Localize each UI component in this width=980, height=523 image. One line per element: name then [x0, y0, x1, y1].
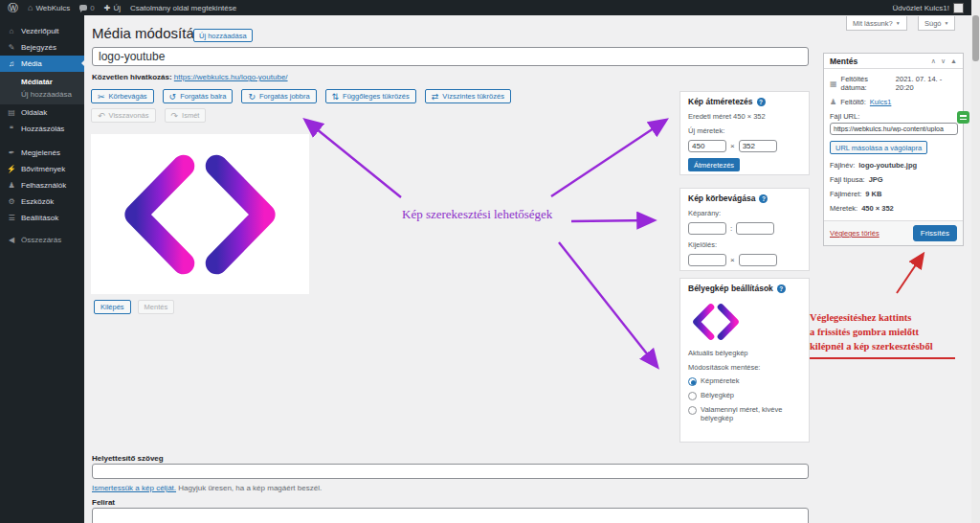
- caption-input[interactable]: [92, 508, 809, 523]
- avatar[interactable]: [953, 3, 964, 13]
- sidebar-item-users[interactable]: ♟ Felhasználók: [0, 177, 84, 193]
- sidebar-label: Összezárás: [21, 236, 61, 244]
- arrow-to-update-button: [897, 255, 923, 293]
- rotate-left-icon: ↺: [169, 92, 177, 102]
- submenu-item-library[interactable]: Médiatár: [21, 76, 84, 88]
- sidebar-item-pages[interactable]: ▤ Oldalak: [0, 104, 84, 121]
- redo-button[interactable]: ↷ Ismét: [165, 108, 207, 123]
- radio-icon[interactable]: [688, 392, 697, 400]
- resize-button[interactable]: Átméretezés: [688, 158, 740, 171]
- alt-text-input[interactable]: [92, 464, 809, 479]
- delete-permanently-link[interactable]: Végleges törlés: [830, 229, 880, 238]
- times-separator: ×: [730, 142, 735, 150]
- uploader-link[interactable]: Kulcs1: [870, 98, 892, 106]
- permalink-url-link[interactable]: https://webkulcs.hu/logo-youtube/: [174, 73, 288, 81]
- radio-label: Valamennyi méret, kivéve bélyegkép: [701, 405, 801, 422]
- scrollbar-thumb[interactable]: [972, 15, 979, 61]
- crop-label: Körbevágás: [109, 92, 147, 101]
- resize-panel-title: Kép átméretezés: [688, 97, 753, 106]
- sidebar-item-comments[interactable]: ❝ Hozzászólás: [0, 121, 84, 137]
- exit-button[interactable]: Kilépés: [94, 300, 131, 314]
- arrow-to-thumbnail-panel: [559, 242, 657, 366]
- arrow-to-resize-panel: [551, 121, 665, 196]
- view-attachment-page-link[interactable]: Csatolmány oldal megtekintése: [130, 4, 236, 12]
- flip-vertical-button[interactable]: ⇅ Függőleges tükrözés: [325, 89, 416, 103]
- history-toolbar: ↶ Visszavonás ↷ Ismét: [91, 108, 206, 123]
- comment-icon: [79, 5, 87, 11]
- move-down-icon[interactable]: ∨: [941, 57, 946, 65]
- toggle-panel-icon[interactable]: ▲: [950, 57, 957, 64]
- sidebar-label: Megjelenés: [21, 148, 60, 157]
- user-icon: ♟: [830, 98, 836, 106]
- sidebar-label: Média: [21, 59, 42, 68]
- dimensions-label: Méretek:: [830, 204, 858, 213]
- resize-height-input[interactable]: [739, 140, 777, 152]
- file-url-label: Fájl URL:: [830, 112, 957, 121]
- save-metabox: Mentés ∧ ∨ ▲ ▦ Feltöltés dátuma: 2021. 0…: [823, 53, 964, 246]
- red-underline: [810, 357, 955, 359]
- radio-option-thumbnail[interactable]: Bélyegkép: [688, 391, 801, 400]
- greeting-account-link[interactable]: Üdvözlet Kulcs1!: [892, 4, 949, 12]
- rotate-left-button[interactable]: ↺ Forgatás balra: [163, 89, 234, 103]
- sidebar-label: Oldalak: [21, 108, 47, 117]
- wordpress-logo-icon[interactable]: Ⓦ: [8, 3, 18, 13]
- save-button[interactable]: Mentés: [138, 300, 175, 314]
- resize-width-input[interactable]: [688, 140, 726, 152]
- new-content-link[interactable]: ✚ Új: [104, 4, 121, 12]
- help-button[interactable]: Súgó ▼: [918, 16, 955, 31]
- redo-label: Ismét: [182, 111, 199, 120]
- add-new-button[interactable]: Új hozzáadása: [193, 29, 253, 42]
- sidebar-label: Felhasználók: [21, 181, 66, 190]
- settings-icon: ☰: [7, 214, 16, 222]
- admin-bar: Ⓦ ⌂ WebKulcs 0 ✚ Új Csatolmány oldal meg…: [0, 0, 971, 15]
- update-button[interactable]: Frissítés: [913, 225, 957, 241]
- move-up-icon[interactable]: ∧: [931, 57, 936, 65]
- help-icon[interactable]: ?: [759, 194, 768, 203]
- sidebar-item-settings[interactable]: ☰ Beállítások: [0, 210, 84, 226]
- radio-icon[interactable]: [688, 406, 697, 415]
- selection-width-input[interactable]: [688, 254, 726, 266]
- sidebar-item-posts[interactable]: ✎ Bejegyzés: [0, 39, 84, 56]
- scrollbar[interactable]: [971, 0, 980, 523]
- radio-checked-icon[interactable]: [688, 377, 697, 386]
- help-icon[interactable]: ?: [777, 284, 786, 293]
- crop-button[interactable]: ✂ Körbevágás: [91, 89, 154, 103]
- purple-annotation-text: Kép szerekesztési lehetőségek: [402, 207, 552, 222]
- media-title-input[interactable]: [92, 47, 809, 66]
- selection-height-input[interactable]: [739, 254, 777, 266]
- alt-purpose-link[interactable]: Ismertessük a kép célját.: [92, 484, 176, 492]
- crop-icon: ✂: [98, 92, 105, 102]
- crop-panel-title: Kép körbevágása: [688, 193, 755, 203]
- sidebar-item-dashboard[interactable]: ⌂ Vezérlőpult: [0, 23, 84, 39]
- comments-link[interactable]: 0: [79, 4, 94, 12]
- help-icon[interactable]: ?: [757, 98, 766, 106]
- save-metabox-header[interactable]: Mentés ∧ ∨ ▲: [824, 54, 963, 69]
- sidebar-item-tools[interactable]: ⚙ Eszközök: [0, 193, 84, 210]
- sidebar-item-media[interactable]: ♫ Média: [0, 56, 84, 72]
- radio-option-all-except-thumbnail[interactable]: Valamennyi méret, kivéve bélyegkép: [688, 405, 801, 422]
- alt-text-description: Ismertessük a kép célját. Hagyjuk üresen…: [92, 484, 322, 492]
- alt-text-label: Helyettesítő szöveg: [92, 454, 164, 463]
- url-field-extension-icon[interactable]: [957, 111, 969, 124]
- red-annotation-text: Véglegesítéshez kattints a frissités gom…: [810, 310, 965, 359]
- copy-url-button[interactable]: URL másolása a vágólapra: [830, 141, 927, 154]
- screen-options-button[interactable]: Mit lássunk? ▼: [846, 16, 907, 31]
- submenu-item-add-new[interactable]: Új hozzáadása: [21, 88, 84, 101]
- site-name-link[interactable]: ⌂ WebKulcs: [28, 3, 70, 12]
- undo-icon: ↶: [98, 111, 105, 121]
- sidebar-item-collapse-menu[interactable]: ◀ Összezárás: [0, 232, 84, 248]
- ratio-y-input[interactable]: [736, 222, 774, 235]
- ratio-x-input[interactable]: [688, 222, 726, 235]
- sidebar-item-plugins[interactable]: ⚡ Bővítmények: [0, 161, 84, 177]
- flip-horizontal-button[interactable]: ⇄ Vízszintes tükrözés: [425, 89, 511, 103]
- sidebar-item-appearance[interactable]: ✒ Megjelenés: [0, 145, 84, 161]
- thumbnail-panel-title: Bélyegkép beállítások: [688, 284, 773, 293]
- rotate-right-button[interactable]: ↻ Forgatás jobbra: [241, 89, 316, 103]
- file-url-input[interactable]: [830, 123, 958, 135]
- flip-vertical-icon: ⇅: [332, 92, 340, 102]
- image-preview[interactable]: [91, 134, 309, 294]
- undo-button[interactable]: ↶ Visszavonás: [91, 108, 156, 123]
- current-thumbnail-label: Aktuális bélyegkép: [688, 349, 801, 357]
- radio-option-image-sizes[interactable]: Képméretek: [688, 376, 801, 386]
- thumbnail-image: [688, 301, 744, 343]
